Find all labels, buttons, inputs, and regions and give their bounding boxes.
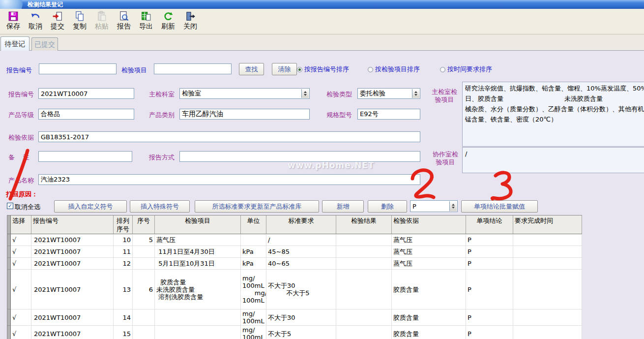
cell-seq-no — [133, 326, 155, 339]
cell-select[interactable]: √ — [11, 234, 31, 246]
column-header-report-no[interactable]: 报告编号 — [31, 216, 114, 234]
cell-seq-no — [133, 309, 155, 326]
watermark: www.pHome.NET — [288, 160, 375, 170]
column-header-order-no[interactable]: 排列 序号 — [114, 216, 133, 234]
copy-icon — [70, 10, 89, 22]
column-header-standard[interactable]: 标准要求 — [266, 216, 336, 234]
sort-radio-label: 按报告编号排序 — [304, 65, 349, 74]
column-header-basis[interactable]: 检验依据 — [392, 216, 466, 234]
inspect-basis-field[interactable]: GB18351-2017 — [38, 131, 420, 142]
report-no-field[interactable]: 2021WT10007 — [38, 88, 134, 99]
search-report-no-input[interactable] — [39, 63, 117, 74]
column-header-item[interactable]: 检验项目 — [155, 216, 241, 234]
cell-select[interactable]: √ — [11, 309, 31, 326]
cell-report-no: 2021WT10007 — [31, 309, 114, 326]
tool-button-label: 关闭 — [181, 22, 200, 31]
cell-select[interactable]: √ — [11, 258, 31, 270]
product-grade-field[interactable]: 合格品 — [38, 109, 134, 120]
update-standard-library-button[interactable]: 所选标准要求更新至产品标准库 — [195, 200, 319, 213]
cell-conclusion: P — [466, 309, 513, 326]
cell-basis: 蒸气压 — [392, 258, 466, 270]
export-button[interactable]: 导出 — [137, 10, 155, 31]
column-header-select[interactable]: 选择 — [11, 216, 31, 234]
conclusion-combo[interactable]: P — [410, 200, 458, 212]
inspect-type-combo[interactable]: 委托检验 — [357, 88, 420, 99]
sort-radio-2[interactable]: 按时间要求排序 — [440, 65, 492, 74]
tab-submitted[interactable]: 已提交 — [31, 37, 58, 51]
deselect-all-checkbox[interactable]: ✓ — [7, 203, 13, 209]
cell-order-no: 15 — [114, 326, 133, 339]
column-header-seq-no[interactable]: 序号 — [133, 216, 155, 234]
row-selector-gutter — [7, 326, 11, 339]
tab-pending[interactable]: 待登记 — [0, 36, 29, 51]
tab-bar: 待登记 已提交 — [0, 34, 644, 51]
refresh-button[interactable]: 刷新 — [159, 10, 177, 31]
batch-assign-button[interactable]: 单项结论批量赋值 — [461, 200, 538, 213]
column-header-result[interactable]: 检验结果 — [336, 216, 392, 234]
column-header-due[interactable]: 要求完成时间 — [513, 216, 582, 234]
insert-special-symbol-button[interactable]: 插入特殊符号 — [130, 200, 190, 213]
clear-button[interactable]: 清除 — [272, 63, 297, 75]
spinner-icon[interactable] — [301, 89, 309, 98]
product-name-field[interactable]: 汽油2323 — [38, 174, 420, 185]
spec-model-field[interactable]: E92号 — [357, 109, 420, 120]
cell-select[interactable]: √ — [11, 246, 31, 258]
column-header-unit[interactable]: 单位 — [241, 216, 266, 234]
cell-item: 胶质含量 未洗胶质含量 溶剂洗胶质含量 — [155, 270, 241, 309]
cell-seq-no: 6 — [133, 270, 155, 309]
cell-result[interactable] — [336, 270, 392, 309]
tool-button-label: 刷新 — [159, 22, 177, 31]
sort-radio-0[interactable]: 按报告编号排序 — [297, 65, 349, 74]
spinner-icon[interactable] — [449, 201, 457, 211]
remarks-field[interactable] — [38, 151, 132, 162]
cell-result[interactable] — [336, 309, 392, 326]
main-dept-combo[interactable]: 检验室 — [179, 88, 310, 99]
table-row[interactable]: √2021WT10007105蒸气压/蒸气压P — [7, 234, 582, 246]
tool-button-label: 粘贴 — [92, 22, 111, 31]
inspect-type-value: 委托检验 — [360, 89, 385, 98]
cell-result[interactable] — [336, 246, 392, 258]
cell-item — [155, 309, 241, 326]
close-button[interactable]: 关闭 — [181, 10, 200, 31]
sort-radio-label: 按时间要求排序 — [447, 65, 492, 74]
cell-result[interactable] — [336, 234, 392, 246]
cell-unit: kPa — [241, 246, 266, 258]
cell-result[interactable] — [336, 258, 392, 270]
search-item-input[interactable] — [154, 63, 232, 74]
product-category-field[interactable]: 车用乙醇汽油 — [179, 109, 310, 120]
search-report-no-label: 报告编号 — [6, 66, 32, 75]
row-selector-gutter — [7, 234, 11, 246]
cell-item — [155, 326, 241, 339]
cell-basis: 胶质含量 — [392, 270, 466, 309]
table-row[interactable]: √2021WT1000711 11月1日至4月30日kPa45~85蒸气压P — [7, 246, 582, 258]
column-header-conclusion[interactable]: 单项结论 — [466, 216, 513, 234]
cancel-button[interactable]: 取消 — [26, 10, 45, 31]
table-row[interactable]: √2021WT1000715mg/ 100mL不大于5胶质含量P — [7, 326, 582, 339]
coop-items-textarea[interactable]: / — [462, 147, 644, 173]
cell-standard: 不大于30 — [266, 309, 336, 326]
add-row-button[interactable]: 新增 — [322, 200, 364, 213]
row-selector-gutter — [7, 309, 11, 326]
submit-button[interactable]: 提交 — [48, 10, 67, 31]
copy-button[interactable]: 复制 — [70, 10, 89, 31]
cell-select[interactable]: √ — [11, 270, 31, 309]
cell-result[interactable] — [336, 326, 392, 339]
cell-item: 蒸气压 — [155, 234, 241, 246]
cell-standard: 不大于30 不大于5 — [266, 270, 336, 309]
main-items-textarea[interactable]: 研究法辛烷值、抗爆指数、铅含量、馏程、10%蒸发温度、50%蒸 日、胶质含量 未… — [462, 82, 644, 147]
find-button[interactable]: 查找 — [239, 63, 264, 75]
cell-select[interactable]: √ — [11, 326, 31, 339]
spinner-icon[interactable] — [412, 89, 419, 98]
export-icon — [137, 10, 155, 22]
insert-custom-symbol-button[interactable]: 插入自定义符号 — [54, 200, 127, 213]
delete-row-button[interactable]: 删除 — [368, 200, 407, 213]
report-button[interactable]: 报告 — [115, 10, 133, 31]
cell-order-no: 14 — [114, 309, 133, 326]
sort-radio-1[interactable]: 按检验项目排序 — [368, 65, 420, 74]
table-row[interactable]: √2021WT1000714mg/ 100mL不大于30胶质含量P — [7, 309, 582, 326]
report-no-label: 报告编号 — [8, 91, 34, 98]
save-button[interactable]: 保存 — [4, 10, 23, 31]
table-row[interactable]: √2021WT10007136 胶质含量 未洗胶质含量 溶剂洗胶质含量mg/ 1… — [7, 270, 582, 309]
table-row[interactable]: √2021WT1000712 5月1日至10月31日kPa40~65蒸气压P — [7, 258, 582, 270]
refresh-icon — [159, 10, 177, 22]
